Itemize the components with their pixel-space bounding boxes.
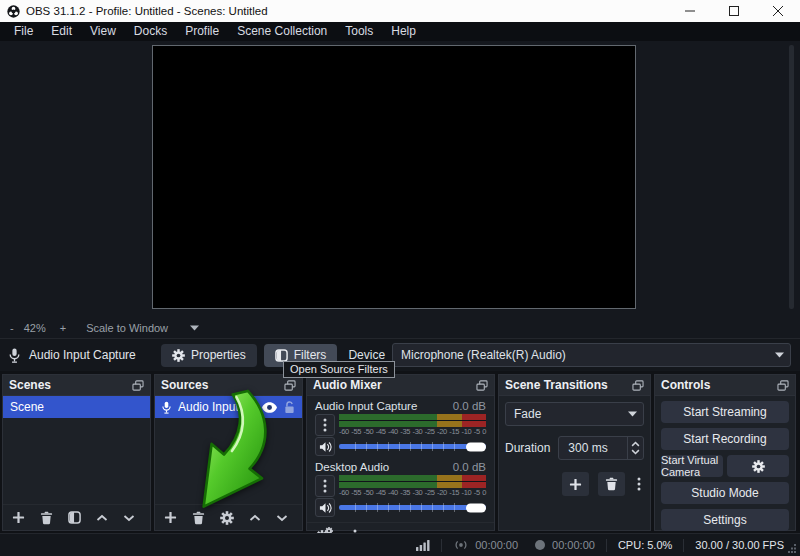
- start-recording-button[interactable]: Start Recording: [661, 428, 789, 450]
- maximize-button[interactable]: [712, 0, 756, 22]
- status-separator: [441, 539, 442, 552]
- add-scene-button[interactable]: [12, 511, 25, 524]
- scene-transitions-dock-title: Scene Transitions: [505, 378, 608, 392]
- title-bar: OBS 31.1.2 - Profile: Untitled - Scenes:…: [0, 0, 800, 22]
- device-combo[interactable]: Microphone (Realtek(R) Audio): [392, 343, 791, 367]
- selected-source-label: Audio Input Capture: [29, 348, 161, 362]
- mixer-channel-level: 0.0 dB: [453, 461, 486, 473]
- chevron-down-icon: [621, 411, 643, 417]
- audio-mixer-dock: Audio Mixer Audio Input Capture 0.0 dB -…: [306, 374, 495, 531]
- mixer-channel: Audio Input Capture 0.0 dB -60-55-50-45-…: [315, 400, 486, 456]
- preview-vertical-scrollbar[interactable]: [789, 45, 794, 309]
- scenes-dock: Scenes Scene: [2, 374, 151, 531]
- audio-mixer-dock-header[interactable]: Audio Mixer: [307, 375, 494, 396]
- volume-slider[interactable]: [339, 500, 486, 516]
- menu-file[interactable]: File: [5, 22, 42, 41]
- filters-tooltip: Open Source Filters: [283, 361, 395, 378]
- popout-dock-icon[interactable]: [632, 380, 644, 391]
- mixer-channel-name: Audio Input Capture: [315, 400, 417, 412]
- mute-speaker-button[interactable]: [315, 437, 335, 456]
- scenes-dock-header[interactable]: Scenes: [3, 375, 150, 396]
- menu-bar: File Edit View Docks Profile Scene Colle…: [0, 22, 800, 41]
- audio-mixer-dock-title: Audio Mixer: [313, 378, 382, 392]
- filters-button-label: Filters: [294, 348, 327, 362]
- menu-docks[interactable]: Docks: [125, 22, 176, 41]
- volume-slider-handle[interactable]: [466, 503, 486, 512]
- popout-dock-icon[interactable]: [476, 380, 488, 391]
- mute-speaker-button[interactable]: [315, 498, 335, 517]
- close-button[interactable]: [756, 0, 800, 22]
- mixer-channel-menu-button[interactable]: [315, 414, 335, 436]
- volume-slider[interactable]: [339, 439, 486, 455]
- move-scene-up-button[interactable]: [96, 514, 108, 522]
- duration-increment-button[interactable]: [631, 441, 640, 447]
- popout-dock-icon[interactable]: [777, 380, 789, 391]
- preview-canvas[interactable]: [152, 45, 636, 309]
- microphone-icon: [162, 401, 171, 414]
- duration-spinbox[interactable]: 300 ms: [558, 436, 644, 460]
- chevron-down-icon: [768, 344, 790, 366]
- menu-edit[interactable]: Edit: [42, 22, 81, 41]
- start-virtual-camera-button[interactable]: Start Virtual Camera: [661, 455, 723, 477]
- record-time: 00:00:00: [552, 539, 595, 551]
- controls-dock: Controls Start Streaming Start Recording…: [654, 374, 796, 531]
- status-separator: [606, 539, 607, 552]
- scene-list-item[interactable]: Scene: [3, 396, 150, 418]
- virtual-camera-settings-button[interactable]: [727, 455, 789, 477]
- add-transition-button[interactable]: [562, 472, 589, 496]
- volume-slider-handle[interactable]: [466, 442, 486, 451]
- scale-mode-label[interactable]: Scale to Window: [86, 322, 168, 334]
- remove-scene-button[interactable]: [40, 511, 53, 525]
- scene-filters-button[interactable]: [68, 511, 81, 524]
- mixer-channel-level: 0.0 dB: [453, 400, 486, 412]
- mixer-channel-name: Desktop Audio: [315, 461, 389, 473]
- resize-grip[interactable]: [788, 544, 797, 553]
- volume-meter: [339, 475, 486, 488]
- scene-transitions-dock: Scene Transitions Fade Duration 300 ms: [498, 374, 651, 531]
- menu-view[interactable]: View: [81, 22, 125, 41]
- stream-time: 00:00:00: [475, 539, 518, 551]
- mixer-channel: Desktop Audio 0.0 dB -60-55-50-45-40-35-…: [315, 461, 486, 517]
- source-toolbar: Audio Input Capture Properties Filters D…: [0, 338, 800, 371]
- connection-signal-icon: [416, 539, 430, 551]
- duration-value: 300 ms: [559, 441, 627, 455]
- microphone-icon: [9, 348, 20, 363]
- mixer-channel-menu-button[interactable]: [315, 475, 335, 497]
- settings-button[interactable]: Settings: [661, 509, 789, 531]
- meter-scale: -60-55-50-45-40-35-30-25-20-15-10-50: [339, 427, 486, 436]
- remove-transition-button[interactable]: [598, 472, 625, 496]
- filters-icon: [275, 349, 288, 362]
- controls-dock-header[interactable]: Controls: [655, 375, 795, 396]
- menu-tools[interactable]: Tools: [336, 22, 382, 41]
- duration-label: Duration: [505, 441, 550, 455]
- studio-mode-button[interactable]: Studio Mode: [661, 482, 789, 504]
- menu-profile[interactable]: Profile: [176, 22, 228, 41]
- zoom-level: 42%: [24, 322, 46, 334]
- duration-decrement-button[interactable]: [631, 449, 640, 455]
- move-scene-down-button[interactable]: [123, 514, 135, 522]
- popout-dock-icon[interactable]: [132, 380, 144, 391]
- zoom-out-button[interactable]: -: [4, 322, 20, 334]
- window-title: OBS 31.1.2 - Profile: Untitled - Scenes:…: [26, 5, 268, 17]
- transition-menu-kebab-icon[interactable]: [634, 477, 644, 491]
- properties-button-label: Properties: [191, 348, 246, 362]
- menu-help[interactable]: Help: [382, 22, 425, 41]
- menu-scene-collection[interactable]: Scene Collection: [228, 22, 336, 41]
- preview-area: - 42% + Scale to Window: [0, 41, 800, 338]
- status-separator: [683, 539, 684, 552]
- minimize-button[interactable]: [668, 0, 712, 22]
- cpu-usage: CPU: 5.0%: [618, 539, 672, 551]
- stream-timer: 00:00:00: [453, 539, 518, 551]
- record-circle-icon: [534, 539, 546, 551]
- meter-scale: -60-55-50-45-40-35-30-25-20-15-10-50: [339, 488, 486, 497]
- properties-button[interactable]: Properties: [161, 344, 257, 367]
- transition-combo[interactable]: Fade: [505, 402, 644, 426]
- scene-transitions-dock-header[interactable]: Scene Transitions: [499, 375, 650, 396]
- scale-mode-dropdown-icon[interactable]: [190, 325, 199, 331]
- start-streaming-button[interactable]: Start Streaming: [661, 401, 789, 423]
- zoom-in-button[interactable]: +: [54, 322, 72, 334]
- add-source-button[interactable]: [164, 511, 177, 524]
- annotation-arrow: [186, 384, 292, 518]
- device-label: Device: [348, 348, 385, 362]
- record-timer: 00:00:00: [534, 539, 595, 551]
